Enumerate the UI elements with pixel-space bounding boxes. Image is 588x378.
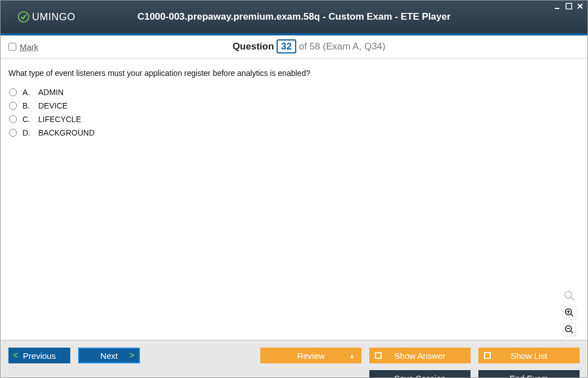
options-list: A. ADMIN B. DEVICE C. LIFECYCLE D. BACKG… (9, 88, 580, 137)
mark-checkbox[interactable] (8, 43, 16, 51)
option-letter: A. (22, 88, 33, 97)
checkbox-icon (375, 352, 382, 359)
option-text: LIFECYCLE (38, 115, 81, 124)
show-answer-label: Show Answer (395, 351, 446, 361)
triangle-up-icon: ▲ (349, 353, 355, 359)
zoom-tools (563, 289, 576, 336)
end-exam-button[interactable]: End Exam (478, 370, 580, 378)
question-word: Question (233, 41, 274, 52)
close-button[interactable] (576, 2, 584, 10)
question-header: Mark Question 32 of 58 (Exam A, Q34) (1, 35, 587, 58)
option-a[interactable]: A. ADMIN (9, 88, 580, 97)
checkbox-icon (484, 352, 491, 359)
review-button[interactable]: Review ▲ (260, 348, 361, 363)
option-a-radio[interactable] (9, 88, 17, 96)
option-text: BACKGROUND (38, 128, 94, 137)
option-d[interactable]: D. BACKGROUND (9, 128, 580, 137)
show-answer-button[interactable]: Show Answer (369, 348, 471, 363)
check-circle-icon (17, 11, 30, 23)
question-total: of 58 (Exam A, Q34) (299, 41, 386, 52)
option-letter: D. (22, 128, 33, 137)
option-b-radio[interactable] (9, 102, 17, 110)
svg-rect-1 (555, 8, 559, 9)
window-controls (554, 2, 584, 10)
end-exam-label: End Exam (509, 374, 548, 379)
previous-button[interactable]: < Previous (8, 348, 70, 363)
next-label: Next (101, 351, 118, 361)
option-c[interactable]: C. LIFECYCLE (9, 115, 580, 124)
chevron-right-icon: > (129, 350, 134, 361)
mark-label: Mark (20, 42, 38, 52)
footer: < Previous Next > Review ▲ Show Answer S… (1, 340, 587, 378)
search-icon[interactable] (563, 289, 576, 303)
save-session-label: Save Session (394, 374, 446, 379)
window-title: C1000-003.prepaway.premium.exam.58q - Cu… (137, 11, 450, 22)
chevron-left-icon: < (13, 350, 18, 361)
mark-checkbox-wrap[interactable]: Mark (8, 42, 38, 52)
question-indicator: Question 32 of 58 (Exam A, Q34) (38, 41, 580, 52)
maximize-button[interactable] (565, 2, 573, 10)
question-content: What type of event listeners must your a… (1, 58, 587, 340)
option-b[interactable]: B. DEVICE (9, 101, 580, 110)
logo-text: UMINGO (32, 11, 75, 23)
show-list-label: Show List (510, 351, 547, 361)
save-session-button[interactable]: Save Session (369, 370, 471, 378)
question-number: 32 (277, 39, 296, 53)
option-letter: C. (22, 115, 33, 124)
option-c-radio[interactable] (9, 115, 17, 123)
app-logo: UMINGO (17, 11, 75, 23)
svg-rect-2 (566, 3, 572, 9)
option-text: DEVICE (38, 101, 67, 110)
option-d-radio[interactable] (9, 129, 17, 137)
show-list-button[interactable]: Show List (478, 348, 580, 363)
minimize-button[interactable] (554, 2, 562, 10)
question-text: What type of event listeners must your a… (8, 69, 580, 78)
next-button[interactable]: Next > (78, 348, 140, 363)
svg-point-3 (565, 291, 572, 298)
option-text: ADMIN (38, 88, 64, 97)
title-bar: UMINGO C1000-003.prepaway.premium.exam.5… (1, 1, 587, 33)
zoom-in-button[interactable] (563, 306, 576, 320)
review-label: Review (297, 351, 324, 361)
previous-label: Previous (23, 351, 56, 361)
zoom-out-button[interactable] (563, 323, 576, 336)
option-letter: B. (22, 101, 33, 110)
